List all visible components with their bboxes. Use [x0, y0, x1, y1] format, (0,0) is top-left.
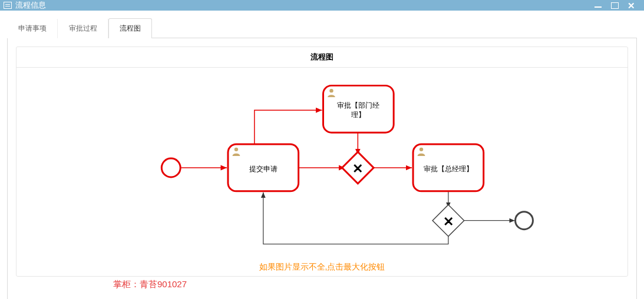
svg-text:理】: 理】	[351, 111, 365, 119]
tab-apply[interactable]: 申请事项	[7, 18, 58, 38]
hint-text: 如果图片显示不全,点击最大化按钮	[16, 256, 628, 276]
edge-gw2-submit	[263, 192, 448, 244]
window: 流程信息 ✕ 申请事项 审批过程 流程图 流程图	[0, 0, 644, 299]
task-submit-label: 提交申请	[249, 165, 278, 173]
close-button[interactable]: ✕	[626, 1, 636, 10]
gateway-x-icon: ✕	[352, 161, 363, 176]
edge-submit-dept	[255, 110, 322, 144]
watermark-text: 掌柜：青苔901027	[16, 279, 628, 290]
task-dept-manager[interactable]: 审批【部门经 理】	[323, 85, 394, 132]
app-icon	[4, 2, 12, 9]
maximize-button[interactable]	[610, 1, 619, 10]
task-general-manager[interactable]: 审批【总经理】	[413, 144, 484, 191]
tab-label: 流程图	[120, 24, 141, 32]
gateway-x-icon: ✕	[443, 214, 454, 229]
gateway-1[interactable]: ✕	[342, 152, 374, 184]
tab-pane: 流程图	[7, 38, 637, 299]
task-gm-label: 审批【总经理】	[424, 165, 473, 173]
tab-label: 申请事项	[18, 24, 47, 32]
flow-diagram: 提交申请 审批【部门经 理】 ✕	[16, 68, 628, 256]
tab-label: 审批过程	[69, 24, 97, 32]
gateway-2[interactable]: ✕	[432, 205, 464, 237]
tab-bar: 申请事项 审批过程 流程图	[7, 18, 637, 38]
task-submit[interactable]: 提交申请	[228, 144, 299, 191]
minimize-button[interactable]	[593, 1, 603, 10]
window-buttons: ✕	[593, 1, 640, 10]
panel: 流程图	[16, 46, 628, 277]
tab-approval-process[interactable]: 审批过程	[58, 18, 108, 38]
content-area: 申请事项 审批过程 流程图 流程图	[0, 11, 644, 299]
tab-flowchart[interactable]: 流程图	[108, 18, 152, 38]
svg-text:审批【部门经: 审批【部门经	[337, 101, 379, 109]
titlebar: 流程信息 ✕	[0, 0, 644, 11]
start-event[interactable]	[161, 158, 180, 177]
panel-title: 流程图	[16, 47, 628, 68]
window-title: 流程信息	[15, 0, 593, 11]
end-event[interactable]	[516, 212, 533, 230]
